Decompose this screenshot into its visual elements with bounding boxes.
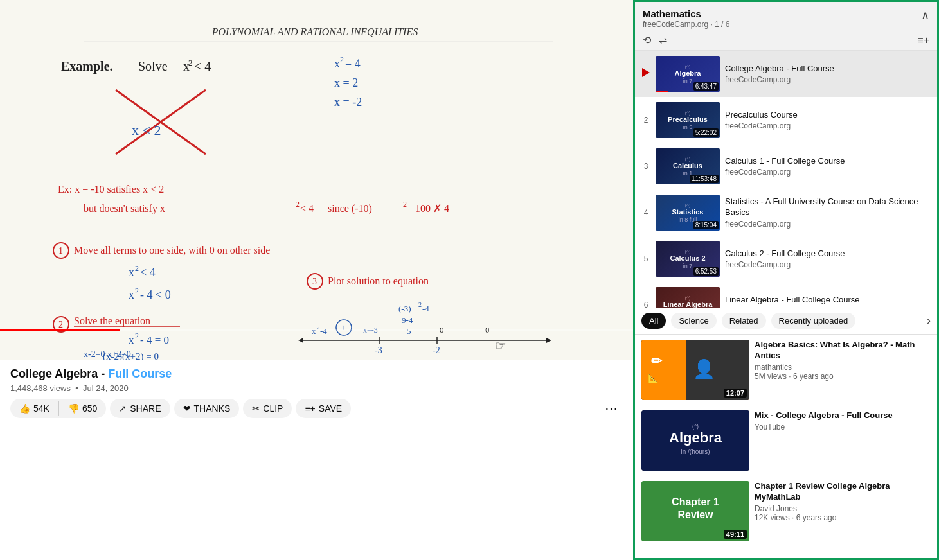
playlist-shuffle-button[interactable]: ⇌	[659, 34, 667, 46]
svg-text:< 4: < 4	[300, 203, 314, 214]
svg-text:in /(hours): in /(hours)	[681, 448, 710, 455]
playlist-thumb-5: (^) Calculus 2 in 7 6:52:53	[656, 241, 720, 277]
rec-thumb-2: (^) Algebra in /(hours)	[641, 410, 749, 471]
clip-button[interactable]: ✂ CLIP	[243, 399, 292, 418]
svg-text:9-4: 9-4	[402, 315, 413, 325]
video-meta: 1,448,468 views • Jul 24, 2020	[10, 383, 623, 393]
svg-text:2: 2	[188, 58, 193, 67]
svg-text:x = -2: x = -2	[334, 96, 362, 109]
playlist-loop-button[interactable]: ⟲	[643, 34, 651, 46]
svg-text:x: x	[129, 334, 134, 346]
svg-text:2: 2	[296, 200, 300, 209]
save-button[interactable]: ≡+ SAVE	[296, 399, 351, 418]
playlist-item-2[interactable]: 2 (^) Precalculus in 5 5:22:02 Precalcul…	[635, 97, 937, 143]
svg-text:but   doesn't satisfy  x: but doesn't satisfy x	[84, 203, 165, 214]
svg-text:Ex:   x = -10    satisfies    : Ex: x = -10 satisfies x < 2	[58, 184, 164, 195]
svg-text:Solve: Solve	[138, 59, 168, 73]
rec-thumb-3: Chapter 1 Review 49:11	[641, 481, 749, 541]
playlist-thumb-3: (^) Calculus in 1 11:53:48	[656, 148, 720, 184]
rec-item-2[interactable]: (^) Algebra in /(hours) Mix - College Al…	[635, 405, 937, 476]
svg-text:2: 2	[135, 331, 139, 340]
filter-related[interactable]: Related	[722, 313, 766, 329]
more-button[interactable]: ⋯	[600, 398, 623, 419]
playlist-collapse-button[interactable]: ∧	[921, 8, 929, 22]
playlist-controls: ⟲ ⇌ ≡+	[643, 34, 929, 46]
video-frame: POLYNOMIAL AND RATIONAL INEQUALITIES Exa…	[0, 0, 633, 360]
svg-text:2: 2	[135, 286, 139, 295]
svg-text:2: 2	[340, 55, 344, 64]
rec-item-1[interactable]: ✏ 📐 👤 12:07 Algebra Basics: What Is Alge…	[635, 335, 937, 405]
svg-text:- 4 < 0: - 4 < 0	[140, 288, 171, 301]
dislike-count: 650	[82, 403, 97, 414]
playlist-thumb-1: (^) Algebra in 7 6:43:47	[656, 56, 720, 92]
svg-text:(-3): (-3)	[398, 304, 411, 313]
svg-text:since (-10): since (-10)	[328, 203, 372, 214]
filter-tabs: All Science Related Recently uploaded ›	[635, 308, 937, 335]
svg-marker-70	[642, 68, 650, 77]
svg-rect-72	[641, 340, 686, 400]
playlist-add-button[interactable]: ≡+	[917, 35, 929, 46]
rec-item-3[interactable]: Chapter 1 Review 49:11 Chapter 1 Review …	[635, 476, 937, 547]
svg-text:= 100 ✗ 4: = 100 ✗ 4	[407, 203, 449, 214]
filter-arrow-button[interactable]: ›	[927, 314, 931, 328]
filter-recently-uploaded[interactable]: Recently uploaded	[771, 313, 856, 329]
dislike-button[interactable]: 👎 650	[59, 399, 106, 418]
svg-text:- 4 = 0: - 4 = 0	[140, 334, 169, 346]
playlist-thumb-4: (^) Statistics in 8 full 8:15:04	[656, 195, 720, 231]
recommendations-list: ✏ 📐 👤 12:07 Algebra Basics: What Is Alge…	[635, 335, 937, 558]
svg-text:1: 1	[58, 246, 63, 256]
playlist-item-3[interactable]: 3 (^) Calculus in 1 11:53:48 Calculus 1 …	[635, 143, 937, 189]
svg-text:x < 2: x < 2	[132, 122, 161, 138]
svg-text:-2: -2	[433, 346, 440, 355]
share-button[interactable]: ↗ SHARE	[110, 399, 170, 418]
svg-text:3: 3	[312, 277, 317, 286]
svg-text:= 4: = 4	[345, 57, 361, 70]
playlist-item-6[interactable]: 6 (^) Linear Algebra Colle 11:39:45 Line…	[635, 282, 937, 308]
svg-text:📐: 📐	[648, 373, 659, 384]
playlist-item-1[interactable]: (^) Algebra in 7 6:43:47 College Algebra…	[635, 51, 937, 97]
video-title: College Algebra - Full Course	[10, 367, 623, 381]
like-icon: 👍	[19, 403, 30, 414]
svg-text:POLYNOMIAL AND RATIONAL INEQUA: POLYNOMIAL AND RATIONAL INEQUALITIES	[211, 26, 418, 37]
thanks-button[interactable]: ❤ THANKS	[174, 399, 240, 418]
filter-science[interactable]: Science	[671, 313, 716, 329]
svg-text:2: 2	[135, 264, 139, 273]
playing-indicator	[641, 68, 650, 80]
svg-text:✏: ✏	[651, 354, 663, 368]
playlist-header: Mathematics freeCodeCamp.org · 1 / 6 ∧ ⟲…	[635, 2, 937, 51]
svg-rect-0	[0, 0, 633, 360]
svg-text:Plot solution to equation: Plot solution to equation	[328, 276, 429, 287]
svg-text:x = 2: x = 2	[334, 76, 358, 89]
svg-text:x: x	[129, 288, 134, 301]
svg-text:Chapter 1: Chapter 1	[672, 496, 719, 507]
like-count: 54K	[33, 403, 49, 414]
progress-fill	[0, 329, 120, 331]
svg-text:2: 2	[418, 301, 422, 308]
video-player[interactable]: POLYNOMIAL AND RATIONAL INEQUALITIES Exa…	[0, 0, 633, 360]
svg-text:(^): (^)	[692, 423, 699, 430]
svg-text:☞: ☞	[495, 338, 506, 353]
svg-text:Move all terms to one side, wi: Move all terms to one side, with 0 on ot…	[74, 245, 270, 256]
dislike-icon: 👎	[68, 403, 79, 414]
filter-all[interactable]: All	[641, 313, 666, 329]
sidebar: Mathematics freeCodeCamp.org · 1 / 6 ∧ ⟲…	[633, 0, 939, 560]
svg-text:Example.: Example.	[61, 59, 113, 74]
playlist-thumb-2: (^) Precalculus in 5 5:22:02	[656, 102, 720, 138]
playlist-title: Mathematics	[643, 8, 729, 19]
svg-text:Solve the equation: Solve the equation	[74, 315, 150, 327]
rec-thumb-1: ✏ 📐 👤 12:07	[641, 340, 749, 400]
svg-text:-4: -4	[422, 304, 429, 313]
thanks-icon: ❤	[183, 403, 191, 414]
progress-bar[interactable]	[0, 329, 633, 331]
video-actions: 👍 54K 👎 650 ↗ SHARE ❤ THANKS	[10, 398, 623, 424]
share-icon: ↗	[119, 403, 127, 414]
like-button[interactable]: 👍 54K	[10, 399, 58, 418]
playlist-items: (^) Algebra in 7 6:43:47 College Algebra…	[635, 51, 937, 308]
clip-icon: ✂	[252, 403, 260, 414]
svg-text:x-2=0      x+2=0: x-2=0 x+2=0	[84, 349, 131, 359]
playlist-item-4[interactable]: 4 (^) Statistics in 8 full 8:15:04 Stati…	[635, 189, 937, 236]
playlist-sub: freeCodeCamp.org · 1 / 6	[643, 20, 729, 29]
playlist-item-5[interactable]: 5 (^) Calculus 2 in 7 6:52:53 Calculus 2…	[635, 236, 937, 282]
svg-text:x: x	[129, 266, 134, 279]
playlist-thumb-6: (^) Linear Algebra Colle 11:39:45	[656, 287, 720, 308]
